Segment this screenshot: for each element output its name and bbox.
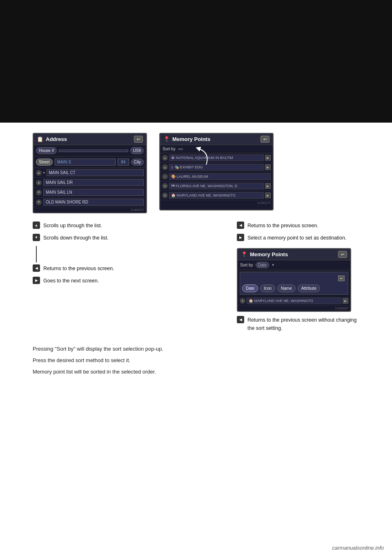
list-item[interactable]: ▲ MAIN SAIL DR	[33, 178, 146, 188]
memory-screen-1-header: 📍 Memory Points ↩	[160, 134, 273, 145]
scroll-up-icon: ▲	[162, 155, 168, 161]
right-col: ◀ Returns to the previous screen. ▶ Sele…	[237, 222, 359, 336]
list-item-text: MAIN SAIL LN	[43, 189, 144, 196]
memory-watermark-2: 1U5028T	[238, 306, 350, 311]
memory-screen-2: 📍 Memory Points ↩ Sort by Date ▼ ↩	[237, 248, 351, 312]
bullet-text: Goes to the next screen.	[43, 277, 99, 285]
city-button[interactable]: City	[131, 159, 144, 166]
mem-item-text: 🗺 FLORIDA AVE NE, WASHINGTON, D	[169, 183, 264, 189]
page: 📋 Address ↩ House # US9 Street MAIN S 84…	[0, 0, 392, 555]
bullets-left: ▲ Scrolls up through the list. ▼ Scrolls…	[33, 222, 220, 289]
sort-date-option[interactable]: Date	[242, 284, 258, 292]
list-item[interactable]: ▲ 1 🎭 EXHIBIT EDG ▶	[160, 163, 273, 172]
nav-arrow-button[interactable]: ▶	[265, 155, 271, 161]
list-item[interactable]: ▼ 🗺 FLORIDA AVE NE, WASHINGTON, D ▶	[160, 181, 273, 191]
scroll-up-icon: ▲	[36, 170, 42, 176]
street-input[interactable]: MAIN S	[55, 159, 116, 166]
dropdown-back-button[interactable]: ↩	[338, 275, 345, 281]
address-house-row: House # US9	[33, 145, 146, 157]
address-screen-header: 📋 Address ↩	[33, 134, 146, 145]
list-item[interactable]: ▼ 🏠 MARYLAND AVE NE, WASHINGTO ▶	[238, 296, 350, 306]
body-text-3: Memory point list will be sorted in the …	[33, 367, 359, 376]
top-banner	[0, 0, 392, 123]
scroll-up-icon: ▲	[162, 164, 168, 170]
sort-value-button[interactable]	[178, 148, 183, 150]
list-item-text: OLD MAIN SHORE RD	[43, 199, 144, 206]
address-screen: 📋 Address ↩ House # US9 Street MAIN S 84…	[33, 133, 147, 213]
memory-back-button-1[interactable]: ↩	[261, 136, 270, 143]
nav-arrow-button[interactable]: ▶	[265, 183, 271, 189]
list-item[interactable]: ▲ • MAIN SAIL CT	[33, 168, 146, 178]
address-back-button[interactable]: ↩	[134, 136, 143, 143]
sort-label: Sort by	[163, 147, 176, 151]
bullet-row: ▶ Goes to the next screen.	[33, 277, 220, 285]
bullet-row-bottom: ◀ Returns to the previous screen without…	[237, 316, 359, 332]
sort-by-label: Sort by	[240, 263, 253, 267]
memory-screen-2-header: 📍 Memory Points ↩	[238, 249, 350, 260]
list-item[interactable]: ▼ OLD MAIN SHORE RD	[33, 197, 146, 207]
memory-icon: 📍	[163, 136, 170, 142]
content-body: 📋 Address ↩ House # US9 Street MAIN S 84…	[0, 123, 392, 395]
state-button[interactable]: US9	[130, 147, 144, 154]
bullet-row: ▼ Scrolls down through the list.	[33, 234, 220, 242]
memory-screen-1: 📍 Memory Points ↩ Sort by ▲ 🏛 NATIONAL A…	[159, 133, 274, 210]
memory-screen-2-title: 📍 Memory Points	[241, 251, 338, 257]
bullet-back-icon-3: ◀	[237, 316, 244, 323]
house-number-input[interactable]	[59, 150, 128, 152]
bullet-text-bottom: Returns to the previous screen without c…	[247, 316, 359, 332]
address-list: ▲ • MAIN SAIL CT ▲ MAIN SAIL DR ▼ MAIN S…	[33, 168, 146, 207]
sort-date-button[interactable]: Date	[256, 262, 269, 268]
address-street-row: Street MAIN S 84 City	[33, 157, 146, 168]
street-button[interactable]: Street	[36, 159, 53, 166]
mem-item-text: 🏛 NATIONAL AQUARIUM IN BALTIM	[169, 154, 264, 161]
bullet-back-icon-2: ◀	[237, 222, 244, 229]
memory-back-button-2[interactable]: ↩	[338, 251, 347, 258]
scroll-down-icon: ▼	[36, 199, 42, 205]
nav-arrow-button[interactable]: ▶	[265, 192, 271, 198]
memory-watermark-1: 1U5027T	[160, 200, 273, 206]
scroll-down-icon: ▼	[36, 190, 42, 195]
separator	[36, 246, 37, 262]
mem-item-text: 🎨 LAUREL MUSEUM	[169, 173, 271, 180]
dropdown-arrow: ▼	[272, 263, 275, 267]
list-item[interactable]: ▲ 🏛 NATIONAL AQUARIUM IN BALTIM ▶	[160, 153, 273, 163]
memory-icon-2: 📍	[241, 251, 247, 257]
memory-sort-bar-1: Sort by	[160, 145, 273, 153]
list-item-text: MAIN SAIL CT	[47, 169, 144, 176]
scroll-down-icon-2: ▼	[240, 298, 245, 304]
list-item[interactable]: ▼ MAIN SAIL LN	[33, 188, 146, 197]
nav-arrow-button-2[interactable]: ▶	[343, 298, 348, 304]
sort-name-option[interactable]: Name	[277, 284, 296, 292]
bullet-text: Select a memory point to set as destinat…	[247, 234, 347, 242]
memory-screen-1-wrapper: 📍 Memory Points ↩ Sort by ▲ 🏛 NATIONAL A…	[159, 133, 274, 213]
memory-screen-1-title: 📍 Memory Points	[163, 136, 261, 142]
bullet-forward-icon: ▶	[33, 277, 40, 284]
list-item[interactable]: ▼ 🏠 MARYLAND AVE NE, WASHINGTO ▶	[160, 191, 273, 200]
content-row-1: ▲ Scrolls up through the list. ▼ Scrolls…	[33, 222, 359, 336]
memory-sort-bar-2: Sort by Date ▼	[238, 260, 350, 270]
address-screen-title: 📋 Address	[37, 136, 134, 142]
scroll-up-icon: ▲	[36, 180, 42, 186]
body-text-section: Pressing "Sort by" will display the sort…	[33, 345, 359, 376]
sort-options-row: Date Icon Name Attribute	[242, 284, 346, 292]
bullet-forward-icon-2: ▶	[237, 234, 244, 241]
bullet-back-icon: ◀	[33, 264, 40, 272]
bullet-text: Returns to the previous screen.	[43, 264, 114, 273]
bullet-row: ▲ Scrolls up through the list.	[33, 222, 220, 230]
footer-logo: carmanualsonline.info	[332, 545, 384, 551]
list-item: • 🎨 LAUREL MUSEUM	[160, 172, 273, 181]
memory-list-2: ▼ 🏠 MARYLAND AVE NE, WASHINGTO ▶	[238, 296, 350, 306]
sort-dropdown: ↩ Date Icon Name Attribute	[240, 272, 348, 295]
bullet-text: Scrolls up through the list.	[43, 222, 102, 230]
house-number-button[interactable]: House #	[36, 147, 57, 154]
nav-arrow-button[interactable]: ▶	[265, 164, 271, 170]
screens-row-1: 📋 Address ↩ House # US9 Street MAIN S 84…	[33, 133, 359, 213]
address-icon: 📋	[37, 136, 43, 142]
mem-item-text: 🏠 MARYLAND AVE NE, WASHINGTO	[169, 192, 264, 199]
memory-list-1: ▲ 🏛 NATIONAL AQUARIUM IN BALTIM ▶ ▲ 1 🎭 …	[160, 153, 273, 200]
sort-icon-option[interactable]: Icon	[260, 284, 275, 292]
sort-attribute-option[interactable]: Attribute	[298, 284, 320, 292]
scroll-down-icon: ▼	[162, 183, 168, 189]
bullet-text: Scrolls down through the list.	[43, 234, 109, 242]
mem-item-text-2: 🏠 MARYLAND AVE NE, WASHINGTO	[247, 298, 341, 304]
